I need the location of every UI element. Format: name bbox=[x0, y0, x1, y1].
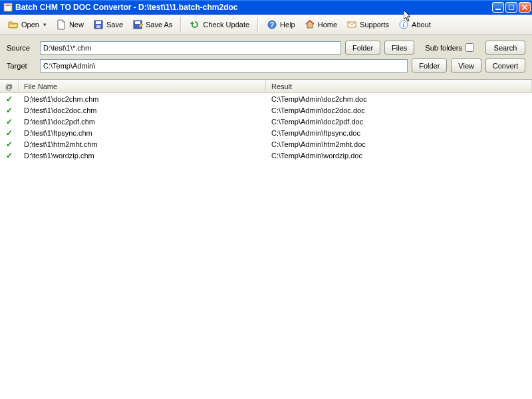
svg-text:i: i bbox=[403, 21, 405, 29]
result-cell: C:\Temp\Admin\doc2chm.doc bbox=[266, 95, 532, 103]
app-icon bbox=[3, 2, 13, 13]
check-icon: ✓ bbox=[6, 106, 13, 115]
toolbar-separator bbox=[257, 17, 259, 32]
target-input[interactable] bbox=[40, 59, 408, 72]
svg-rect-0 bbox=[4, 3, 12, 11]
mail-icon bbox=[346, 19, 357, 30]
about-button[interactable]: i About bbox=[394, 17, 435, 33]
svg-rect-2 bbox=[495, 9, 501, 10]
titlebar: Batch CHM TO DOC Convertor - D:\test\1\1… bbox=[0, 0, 532, 15]
check-icon: ✓ bbox=[6, 151, 13, 160]
target-folder-button[interactable]: Folder bbox=[412, 59, 447, 72]
help-icon: ? bbox=[267, 19, 277, 30]
status-cell: ✓ bbox=[0, 151, 19, 160]
search-button[interactable]: Search bbox=[485, 41, 525, 55]
status-cell: ✓ bbox=[0, 128, 19, 138]
table-row[interactable]: ✓D:\test\1\htm2mht.chmC:\Temp\Admin\htm2… bbox=[0, 138, 532, 150]
toolbar-separator bbox=[180, 17, 182, 32]
source-input[interactable] bbox=[40, 41, 341, 55]
result-cell: C:\Temp\Admin\htm2mht.doc bbox=[266, 140, 532, 148]
table-row[interactable]: ✓D:\test\1\doc2pdf.chmC:\Temp\Admin\doc2… bbox=[0, 116, 532, 127]
refresh-icon bbox=[190, 19, 200, 30]
toolbar: Open ▾ New Save Save As Check Update ? H… bbox=[0, 15, 532, 35]
file-name-cell: D:\test\1\ftpsync.chm bbox=[19, 129, 266, 137]
col-status[interactable]: @ bbox=[0, 80, 19, 92]
info-icon: i bbox=[398, 19, 409, 30]
table-row[interactable]: ✓D:\test\1\ftpsync.chmC:\Temp\Admin\ftps… bbox=[0, 127, 532, 138]
convert-button[interactable]: Convert bbox=[485, 59, 525, 72]
home-icon bbox=[305, 19, 315, 30]
new-button[interactable]: New bbox=[52, 17, 88, 33]
check-icon: ✓ bbox=[6, 117, 13, 126]
window-title: Batch CHM TO DOC Convertor - D:\test\1\1… bbox=[15, 3, 492, 12]
target-view-button[interactable]: View bbox=[451, 59, 481, 72]
save-label: Save bbox=[106, 21, 123, 29]
col-file-name[interactable]: File Name bbox=[19, 80, 266, 92]
svg-rect-3 bbox=[509, 5, 514, 10]
save-button[interactable]: Save bbox=[89, 17, 127, 33]
supports-button[interactable]: Supports bbox=[342, 17, 393, 33]
file-name-cell: D:\test\1\doc2doc.chm bbox=[19, 106, 266, 114]
save-icon bbox=[93, 19, 104, 30]
about-label: About bbox=[412, 21, 431, 29]
new-label: New bbox=[69, 21, 84, 29]
check-icon: ✓ bbox=[6, 94, 13, 104]
home-button[interactable]: Home bbox=[301, 17, 341, 33]
check-update-label: Check Update bbox=[203, 21, 249, 29]
svg-text:?: ? bbox=[270, 21, 274, 29]
source-label: Source bbox=[7, 44, 36, 52]
result-cell: C:\Temp\Admin\wordzip.doc bbox=[266, 152, 532, 160]
file-name-cell: D:\test\1\doc2chm.chm bbox=[19, 95, 266, 103]
svg-rect-8 bbox=[96, 25, 100, 28]
new-file-icon bbox=[56, 19, 66, 30]
save-as-button[interactable]: Save As bbox=[128, 17, 176, 33]
status-cell: ✓ bbox=[0, 117, 19, 126]
file-name-cell: D:\test\1\doc2pdf.chm bbox=[19, 118, 266, 126]
form-area: Source Folder Files Sub folders Search T… bbox=[0, 35, 532, 80]
supports-label: Supports bbox=[360, 21, 389, 29]
file-name-cell: D:\test\1\wordzip.chm bbox=[19, 152, 266, 160]
status-cell: ✓ bbox=[0, 140, 19, 149]
result-cell: C:\Temp\Admin\doc2doc.doc bbox=[266, 106, 532, 114]
minimize-button[interactable] bbox=[492, 2, 504, 13]
table-header: @ File Name Result bbox=[0, 80, 532, 93]
source-folder-button[interactable]: Folder bbox=[345, 41, 380, 55]
col-result[interactable]: Result bbox=[266, 80, 532, 92]
save-as-label: Save As bbox=[146, 21, 172, 29]
svg-rect-10 bbox=[135, 21, 140, 24]
help-button[interactable]: ? Help bbox=[263, 17, 299, 33]
subfolders-checkbox[interactable] bbox=[466, 43, 474, 52]
table-row[interactable]: ✓D:\test\1\doc2doc.chmC:\Temp\Admin\doc2… bbox=[0, 104, 532, 116]
check-update-button[interactable]: Check Update bbox=[186, 17, 253, 33]
table-body[interactable]: ✓D:\test\1\doc2chm.chmC:\Temp\Admin\doc2… bbox=[0, 93, 532, 399]
open-label: Open bbox=[21, 21, 39, 29]
result-cell: C:\Temp\Admin\ftpsync.doc bbox=[266, 129, 532, 137]
table-row[interactable]: ✓D:\test\1\doc2chm.chmC:\Temp\Admin\doc2… bbox=[0, 93, 532, 104]
target-label: Target bbox=[7, 62, 36, 70]
save-as-icon bbox=[132, 19, 143, 30]
check-icon: ✓ bbox=[6, 140, 13, 149]
home-label: Home bbox=[318, 21, 337, 29]
svg-rect-7 bbox=[96, 21, 101, 24]
help-label: Help bbox=[280, 21, 295, 29]
status-cell: ✓ bbox=[0, 94, 19, 104]
source-files-button[interactable]: Files bbox=[384, 41, 414, 55]
file-name-cell: D:\test\1\htm2mht.chm bbox=[19, 140, 266, 148]
dropdown-arrow-icon: ▾ bbox=[43, 21, 47, 28]
maximize-button[interactable] bbox=[505, 2, 517, 13]
open-button[interactable]: Open ▾ bbox=[4, 17, 51, 33]
subfolders-label: Sub folders bbox=[425, 44, 462, 52]
window-controls bbox=[492, 2, 531, 13]
check-icon: ✓ bbox=[6, 128, 13, 138]
svg-rect-1 bbox=[5, 5, 11, 6]
close-button[interactable] bbox=[519, 2, 531, 13]
status-cell: ✓ bbox=[0, 106, 19, 115]
result-cell: C:\Temp\Admin\doc2pdf.doc bbox=[266, 118, 532, 126]
open-folder-icon bbox=[8, 19, 19, 30]
table-row[interactable]: ✓D:\test\1\wordzip.chmC:\Temp\Admin\word… bbox=[0, 150, 532, 161]
